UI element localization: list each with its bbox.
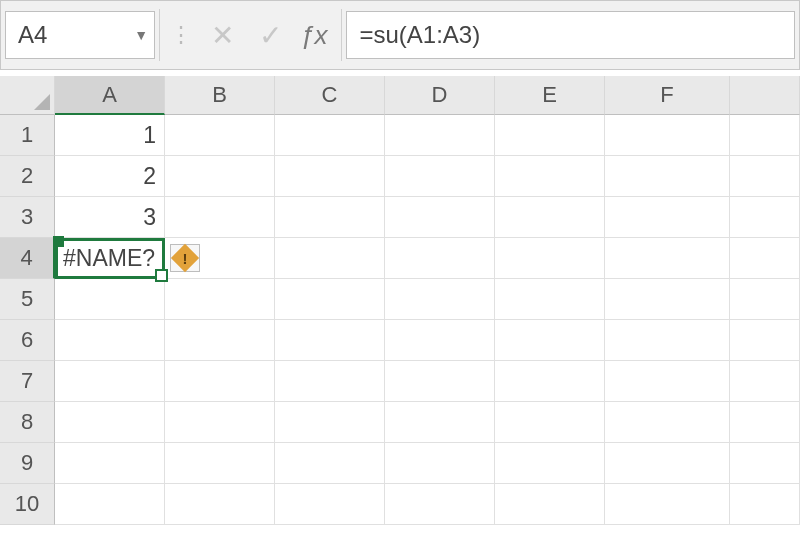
cell-g6[interactable] [730,320,800,361]
row-header-9[interactable]: 9 [0,443,55,484]
cell-f1[interactable] [605,115,730,156]
drag-handle-icon[interactable]: ⋮ [164,22,196,48]
cell-c8[interactable] [275,402,385,443]
cell-f5[interactable] [605,279,730,320]
cell-c3[interactable] [275,197,385,238]
cell-f10[interactable] [605,484,730,525]
table-row: 10 [0,484,800,525]
cell-b10[interactable] [165,484,275,525]
cell-d2[interactable] [385,156,495,197]
cell-d3[interactable] [385,197,495,238]
cell-c10[interactable] [275,484,385,525]
column-header-a[interactable]: A [55,76,165,115]
cell-b7[interactable] [165,361,275,402]
cell-c7[interactable] [275,361,385,402]
cell-f6[interactable] [605,320,730,361]
chevron-down-icon[interactable]: ▼ [134,27,148,43]
cell-g9[interactable] [730,443,800,484]
error-smart-tag[interactable]: ! [170,244,200,272]
cell-b8[interactable] [165,402,275,443]
cell-g3[interactable] [730,197,800,238]
cell-f9[interactable] [605,443,730,484]
cell-e6[interactable] [495,320,605,361]
row-header-5[interactable]: 5 [0,279,55,320]
cell-d9[interactable] [385,443,495,484]
column-header-g[interactable] [730,76,800,115]
cell-a8[interactable] [55,402,165,443]
cell-e9[interactable] [495,443,605,484]
fx-icon: ƒx [300,20,327,51]
table-row: 3 3 [0,197,800,238]
cell-c2[interactable] [275,156,385,197]
cell-d5[interactable] [385,279,495,320]
cell-a4[interactable]: #NAME? [55,238,165,279]
cell-e7[interactable] [495,361,605,402]
cell-a5[interactable] [55,279,165,320]
column-header-f[interactable]: F [605,76,730,115]
column-header-e[interactable]: E [495,76,605,115]
row-header-3[interactable]: 3 [0,197,55,238]
cell-d1[interactable] [385,115,495,156]
cell-c5[interactable] [275,279,385,320]
cell-g1[interactable] [730,115,800,156]
cell-c9[interactable] [275,443,385,484]
cell-g7[interactable] [730,361,800,402]
cell-b1[interactable] [165,115,275,156]
cell-a10[interactable] [55,484,165,525]
cell-e5[interactable] [495,279,605,320]
insert-function-button[interactable]: ƒx [296,20,337,51]
select-all-button[interactable] [0,76,55,115]
cell-d7[interactable] [385,361,495,402]
cell-d8[interactable] [385,402,495,443]
cell-a7[interactable] [55,361,165,402]
cell-e2[interactable] [495,156,605,197]
row-header-7[interactable]: 7 [0,361,55,402]
row-header-10[interactable]: 10 [0,484,55,525]
cell-f2[interactable] [605,156,730,197]
warning-icon: ! [171,244,199,272]
cell-f3[interactable] [605,197,730,238]
cell-e4[interactable] [495,238,605,279]
cell-a1[interactable]: 1 [55,115,165,156]
cancel-button[interactable]: ✕ [200,15,244,55]
cell-d4[interactable] [385,238,495,279]
row-header-4[interactable]: 4 [0,238,55,279]
cell-d10[interactable] [385,484,495,525]
name-box[interactable]: A4 ▼ [5,11,155,59]
enter-button[interactable]: ✓ [248,15,292,55]
cell-g2[interactable] [730,156,800,197]
row-header-1[interactable]: 1 [0,115,55,156]
cell-b3[interactable] [165,197,275,238]
row-header-6[interactable]: 6 [0,320,55,361]
cell-e10[interactable] [495,484,605,525]
cell-e3[interactable] [495,197,605,238]
cell-f7[interactable] [605,361,730,402]
cell-c4[interactable] [275,238,385,279]
cell-c1[interactable] [275,115,385,156]
cell-f4[interactable] [605,238,730,279]
cell-a6[interactable] [55,320,165,361]
column-header-d[interactable]: D [385,76,495,115]
cell-c6[interactable] [275,320,385,361]
column-header-c[interactable]: C [275,76,385,115]
cell-g4[interactable] [730,238,800,279]
cell-b5[interactable] [165,279,275,320]
cell-g5[interactable] [730,279,800,320]
cell-g8[interactable] [730,402,800,443]
cell-a9[interactable] [55,443,165,484]
cell-b2[interactable] [165,156,275,197]
cell-b6[interactable] [165,320,275,361]
cell-a2[interactable]: 2 [55,156,165,197]
cell-e1[interactable] [495,115,605,156]
cell-a3[interactable]: 3 [55,197,165,238]
column-header-b[interactable]: B [165,76,275,115]
cell-f8[interactable] [605,402,730,443]
cell-d6[interactable] [385,320,495,361]
table-row: 9 [0,443,800,484]
cell-b9[interactable] [165,443,275,484]
row-header-8[interactable]: 8 [0,402,55,443]
cell-g10[interactable] [730,484,800,525]
formula-input[interactable]: =su(A1:A3) [346,11,795,59]
cell-e8[interactable] [495,402,605,443]
row-header-2[interactable]: 2 [0,156,55,197]
